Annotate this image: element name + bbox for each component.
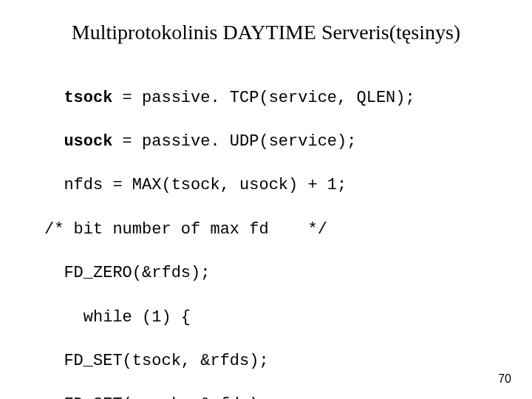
- code-line: FD_ZERO(&rfds);: [44, 262, 502, 284]
- code-line: nfds = MAX(tsock, usock) + 1;: [44, 174, 502, 197]
- code-token: FD_SET(tsock, &rfds);: [44, 352, 269, 370]
- slide-title: Multiprotokolinis DAYTIME Serveris(tęsin…: [0, 21, 532, 44]
- code-line: usock = passive. UDP(service);: [44, 131, 502, 153]
- slide: Multiprotokolinis DAYTIME Serveris(tęsin…: [0, 0, 532, 399]
- code-token-bold: usock: [44, 132, 112, 151]
- code-token: FD_ZERO(&rfds);: [44, 264, 210, 282]
- code-line: tsock = passive. TCP(service, QLEN);: [44, 87, 502, 109]
- code-line: FD_SET(tsock, &rfds);: [44, 350, 502, 372]
- code-token-bold: tsock: [44, 89, 112, 107]
- page-number: 70: [498, 372, 511, 386]
- code-token: = passive. TCP(service, QLEN);: [112, 89, 415, 107]
- code-token: = passive. UDP(service);: [112, 132, 356, 151]
- code-line: /* bit number of max fd */: [44, 219, 502, 241]
- code-token: while (1) {: [44, 308, 191, 327]
- code-line: while (1) {: [44, 307, 502, 329]
- code-token: nfds = MAX(tsock, usock) + 1;: [44, 176, 347, 194]
- code-token: FD_SET(usock, &rfds);: [44, 395, 269, 399]
- code-block: tsock = passive. TCP(service, QLEN); uso…: [44, 65, 502, 399]
- code-line: FD_SET(usock, &rfds);: [44, 394, 502, 399]
- code-token: /* bit number of max fd */: [44, 220, 327, 239]
